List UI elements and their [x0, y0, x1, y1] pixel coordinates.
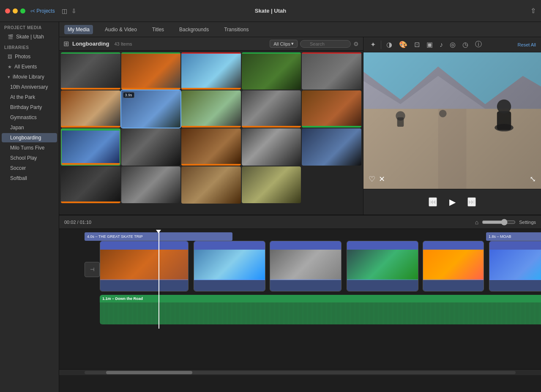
info-button[interactable]: ⓘ	[473, 39, 484, 50]
media-clip-16[interactable]	[61, 166, 120, 204]
color-board-button[interactable]: 🎨	[397, 40, 409, 49]
svg-rect-9	[397, 117, 404, 127]
sidebar-item-gymnastics[interactable]: Gymnastics	[2, 113, 57, 122]
project-media-section: PROJECT MEDIA	[0, 22, 59, 32]
reject-icon[interactable]: ✕	[379, 174, 385, 184]
home-icon[interactable]: ⌂	[475, 219, 478, 226]
playhead[interactable]	[158, 232, 159, 329]
camera-button[interactable]: ▣	[425, 40, 434, 49]
reset-all-button[interactable]: Reset All	[518, 42, 536, 47]
zoom-slider[interactable]	[482, 219, 516, 226]
favorite-icon[interactable]: ♡	[369, 174, 375, 184]
timeline-toolbar: 00:02 / 01:10 ⌂ Settings	[59, 215, 541, 229]
media-clip-5[interactable]	[302, 52, 361, 90]
browser-controls: All Clips ▾ 🔍 ⚙	[270, 40, 359, 48]
video-clip-4[interactable]	[347, 241, 418, 291]
settings-icon[interactable]: ⚙	[353, 41, 359, 47]
media-clip-2[interactable]	[121, 52, 181, 90]
crop-button[interactable]: ⊡	[413, 40, 421, 49]
media-clip-17[interactable]	[121, 166, 181, 204]
skip-left-marker[interactable]: ⊣	[85, 262, 100, 277]
window-title: Skate | Utah	[255, 8, 286, 14]
clips-selector[interactable]: All Clips ▾	[270, 40, 298, 48]
video-clip-5[interactable]	[423, 241, 484, 291]
media-clip-14[interactable]	[242, 128, 301, 166]
search-input[interactable]	[300, 40, 351, 48]
play-button[interactable]: ▶	[445, 195, 459, 209]
minimize-button[interactable]	[13, 8, 18, 14]
sidebar-item-milo[interactable]: Milo Turns Five	[2, 143, 57, 152]
tab-transitions[interactable]: Transitions	[221, 25, 252, 34]
color-balance-button[interactable]: ◑	[385, 40, 394, 49]
export-button[interactable]: ⇧	[530, 7, 536, 15]
scrollbar-track[interactable]	[85, 371, 516, 374]
sidebar-item-longboarding[interactable]: Longboarding	[2, 133, 57, 142]
magic-wand-button[interactable]: ✦	[369, 40, 377, 49]
expand-icon[interactable]: ⤡	[530, 175, 536, 183]
video-clip-3[interactable]	[270, 241, 342, 291]
media-clip-15[interactable]	[302, 128, 361, 166]
grid-view-button[interactable]: ◫	[62, 8, 67, 14]
photos-icon: 🖼	[8, 54, 12, 59]
media-clip-3[interactable]	[181, 52, 241, 90]
toggle-view-icon[interactable]: ⊞	[63, 40, 69, 48]
media-clip-4[interactable]	[242, 52, 301, 90]
settings-button[interactable]: Settings	[519, 220, 536, 225]
sidebar-item-project[interactable]: 🎬 Skate | Utah	[2, 32, 57, 41]
preview-area: ✦ ◑ 🎨 ⊡ ▣ ♪ ◎ ◷ ⓘ Reset All	[363, 37, 541, 215]
sidebar-item-soccer[interactable]: Soccer	[2, 163, 57, 173]
audio-button[interactable]: ♪	[438, 40, 445, 49]
sidebar-item-park[interactable]: At the Park	[2, 93, 57, 102]
media-clip-8[interactable]	[181, 90, 241, 128]
media-clip-12[interactable]	[121, 128, 181, 166]
svg-point-5	[495, 124, 514, 131]
titlebar: ‹ < Projects ◫ ⇩ Skate | Utah ⇧	[0, 0, 541, 22]
star-icon: ★	[8, 64, 12, 70]
scrollbar-thumb[interactable]	[106, 371, 192, 374]
chevron-down-icon: ▾	[8, 74, 10, 80]
svg-point-7	[497, 99, 511, 113]
media-clip-10[interactable]	[302, 90, 361, 128]
tab-titles[interactable]: Titles	[149, 25, 167, 34]
sidebar-item-softball[interactable]: Softball	[2, 174, 57, 183]
content-area: My Media Audio & Video Titles Background…	[59, 22, 541, 392]
skip-back-button[interactable]: ⏮	[429, 197, 437, 207]
libraries-section: LIBRARIES	[0, 42, 59, 52]
sidebar-item-all-events[interactable]: ★ All Events	[2, 62, 57, 71]
video-clip-1[interactable]	[100, 241, 189, 291]
chevron-down-icon: ▾	[291, 41, 294, 46]
stabilization-button[interactable]: ◷	[461, 40, 470, 49]
sidebar-item-anniversary[interactable]: 10th Anniversary	[2, 82, 57, 92]
fullscreen-button[interactable]	[20, 8, 25, 14]
audio-clip-1[interactable]: 1.1m – Down the Road	[100, 295, 541, 324]
media-clip-1[interactable]	[61, 52, 120, 90]
svg-marker-1	[363, 66, 541, 109]
sidebar-item-imovie-library[interactable]: ▾ iMovie Library	[2, 72, 57, 82]
close-button[interactable]	[5, 8, 10, 14]
media-clip-7[interactable]: 3.9s	[121, 90, 181, 128]
media-clip-13[interactable]	[181, 128, 241, 166]
media-clip-18[interactable]	[181, 166, 241, 204]
timeline-content[interactable]: 4.0s – THE GREAT SKATE TRIP 1.8s – MOAB …	[59, 229, 541, 369]
back-button[interactable]: ‹ < Projects	[30, 8, 55, 14]
speed-button[interactable]: ◎	[448, 40, 457, 49]
tab-audio-video[interactable]: Audio & Video	[101, 25, 140, 34]
video-clip-6[interactable]	[489, 241, 541, 291]
skip-forward-button[interactable]: ⏭	[467, 197, 476, 207]
tab-my-media[interactable]: My Media	[64, 25, 93, 34]
media-clip-19[interactable]	[242, 166, 301, 204]
import-button[interactable]: ⇩	[71, 8, 77, 14]
tab-backgrounds[interactable]: Backgrounds	[176, 25, 212, 34]
media-clip-11[interactable]	[61, 128, 120, 166]
media-clip-6[interactable]	[61, 90, 120, 128]
svg-point-8	[396, 111, 405, 120]
video-clip-2[interactable]	[194, 241, 265, 291]
svg-rect-0	[363, 52, 541, 109]
sidebar-item-school[interactable]: School Play	[2, 153, 57, 163]
sidebar-item-photos[interactable]: 🖼 Photos	[2, 52, 57, 61]
title-clip-2[interactable]: 1.8s – MOAB	[486, 232, 541, 241]
sidebar-item-birthday[interactable]: Birthday Party	[2, 103, 57, 112]
video-track: 4.0s – THE GREAT SKATE TRIP 1.8s – MOAB …	[85, 232, 541, 291]
media-clip-9[interactable]	[242, 90, 301, 128]
sidebar-item-japan[interactable]: Japan	[2, 123, 57, 132]
